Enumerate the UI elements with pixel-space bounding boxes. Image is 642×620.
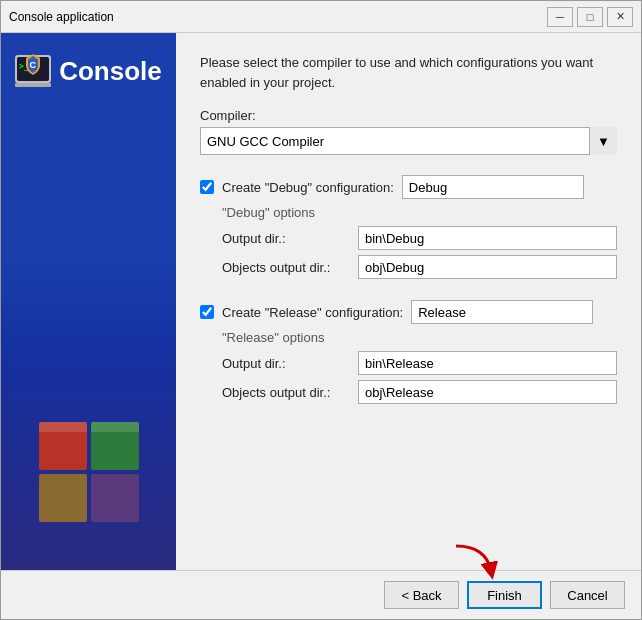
compiler-label: Compiler: — [200, 108, 617, 123]
title-bar: Console application ─ □ ✕ — [1, 1, 641, 33]
debug-output-dir-input[interactable] — [358, 226, 617, 250]
main-window: Console application ─ □ ✕ >_ C — [0, 0, 642, 620]
debug-config-label: Create "Debug" configuration: — [222, 180, 394, 195]
sidebar: >_ C Console — [1, 33, 176, 570]
debug-options-label: "Debug" options — [222, 205, 617, 220]
release-output-dir-input[interactable] — [358, 351, 617, 375]
debug-config-name-input[interactable] — [402, 175, 584, 199]
sidebar-app-name: Console — [59, 56, 162, 87]
cancel-button[interactable]: Cancel — [550, 581, 625, 609]
release-objects-dir-input[interactable] — [358, 380, 617, 404]
release-output-dir-label: Output dir.: — [222, 356, 352, 371]
release-options-label: "Release" options — [222, 330, 617, 345]
compiler-section: Compiler: GNU GCC Compiler ▼ — [200, 108, 617, 155]
content-area: >_ C Console — [1, 33, 641, 570]
debug-config-checkbox[interactable] — [200, 180, 214, 194]
svg-text:C: C — [30, 60, 37, 70]
debug-output-dir-row: Output dir.: — [222, 226, 617, 250]
release-config-header: Create "Release" configuration: — [200, 300, 617, 324]
svg-rect-10 — [91, 422, 139, 432]
release-objects-dir-label: Objects output dir.: — [222, 385, 352, 400]
maximize-button[interactable]: □ — [577, 7, 603, 27]
compiler-dropdown-wrapper: GNU GCC Compiler ▼ — [200, 127, 617, 155]
debug-output-dir-label: Output dir.: — [222, 231, 352, 246]
close-button[interactable]: ✕ — [607, 7, 633, 27]
main-content: Please select the compiler to use and wh… — [176, 33, 641, 570]
debug-objects-dir-label: Objects output dir.: — [222, 260, 352, 275]
window-title: Console application — [9, 10, 114, 24]
button-bar: < Back Finish Cancel — [1, 570, 641, 619]
svg-rect-7 — [39, 474, 87, 522]
finish-arrow-icon — [451, 541, 501, 581]
debug-objects-dir-row: Objects output dir.: — [222, 255, 617, 279]
cube-visual — [34, 417, 144, 530]
arrow-indicator — [451, 541, 501, 581]
cube-svg — [34, 417, 144, 527]
release-config-name-input[interactable] — [411, 300, 593, 324]
window-controls: ─ □ ✕ — [547, 7, 633, 27]
release-config-label: Create "Release" configuration: — [222, 305, 403, 320]
release-objects-dir-row: Objects output dir.: — [222, 380, 617, 404]
svg-rect-9 — [39, 422, 87, 432]
finish-button[interactable]: Finish — [467, 581, 542, 609]
debug-config-section: Create "Debug" configuration: "Debug" op… — [200, 175, 617, 284]
release-config-section: Create "Release" configuration: "Release… — [200, 300, 617, 409]
description-text: Please select the compiler to use and wh… — [200, 53, 617, 92]
sidebar-title: >_ C Console — [15, 53, 162, 89]
release-config-checkbox[interactable] — [200, 305, 214, 319]
svg-rect-8 — [91, 474, 139, 522]
release-output-dir-row: Output dir.: — [222, 351, 617, 375]
console-app-icon: >_ C — [15, 53, 51, 89]
debug-config-header: Create "Debug" configuration: — [200, 175, 617, 199]
compiler-select[interactable]: GNU GCC Compiler — [200, 127, 617, 155]
svg-rect-3 — [15, 83, 51, 87]
minimize-button[interactable]: ─ — [547, 7, 573, 27]
back-button[interactable]: < Back — [384, 581, 459, 609]
debug-objects-dir-input[interactable] — [358, 255, 617, 279]
